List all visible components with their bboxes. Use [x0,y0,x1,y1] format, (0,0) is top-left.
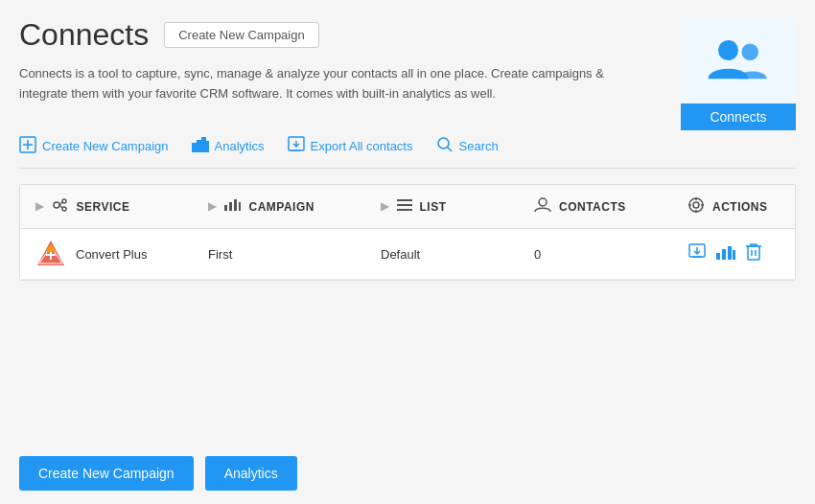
list-arrow-icon: ▶ [381,200,389,213]
svg-point-26 [539,198,547,206]
campaign-header-icon [224,198,242,215]
col-campaign-header: ▶ CAMPAIGN [208,198,381,215]
cell-campaign: First [208,247,381,262]
bottom-analytics-button[interactable]: Analytics [205,456,297,491]
toolbar: Create New Campaign Analytics Export All… [0,130,815,168]
svg-rect-19 [224,205,227,211]
col-service-header: ▶ SERVICE [35,196,208,217]
svg-rect-22 [239,202,241,211]
toolbar-create-campaign[interactable]: Create New Campaign [19,136,169,156]
svg-rect-40 [716,253,720,260]
svg-line-13 [447,148,452,152]
list-header-icon [397,198,412,215]
svg-rect-21 [234,199,237,211]
app-description: Connects is a tool to capture, sync, man… [19,64,614,104]
app-title: Connects [19,17,149,53]
campaign-arrow-icon: ▶ [208,200,217,213]
analytics-action-icon[interactable] [716,244,735,264]
cell-list: Default [381,247,534,262]
svg-point-15 [62,199,66,203]
contacts-label: CONTACTS [559,200,626,214]
analytics-bar-icon [192,136,209,156]
col-contacts-header: CONTACTS [534,197,687,216]
svg-point-27 [689,198,703,212]
svg-rect-42 [728,246,732,260]
cell-contacts: 0 [534,247,687,262]
export-icon [288,136,305,156]
toolbar-analytics[interactable]: Analytics [192,136,265,156]
search-toolbar-label: Search [459,139,499,153]
create-campaign-header-button[interactable]: Create New Campaign [164,22,319,48]
contacts-header-icon [534,197,551,216]
top-left: Connects Create New Campaign Connects is… [19,17,681,130]
svg-rect-41 [722,249,726,260]
service-label: SERVICE [77,200,130,214]
cell-actions [687,242,780,266]
app-title-row: Connects Create New Campaign [19,17,681,53]
svg-point-16 [62,207,66,211]
divider [19,168,796,169]
plugin-label: Connects [681,103,796,130]
bottom-create-campaign-button[interactable]: Create New Campaign [19,456,194,491]
svg-rect-5 [193,144,196,151]
svg-rect-8 [206,142,208,151]
actions-header-icon [687,196,705,217]
cell-service: Convert Plus [35,239,208,269]
search-icon [436,136,454,156]
svg-rect-7 [202,138,205,151]
list-label: LIST [420,200,447,214]
plus-box-icon [19,136,36,156]
col-actions-header: ACTIONS [687,196,780,217]
actions-label: ACTIONS [712,200,768,214]
svg-line-18 [59,205,62,208]
service-logo [35,239,66,269]
table-header: ▶ SERVICE ▶ [20,185,795,229]
plugin-icon-box [681,17,796,103]
service-name: Convert Plus [76,247,147,262]
svg-point-14 [54,202,59,208]
service-header-icon [52,196,69,217]
svg-rect-20 [229,202,232,211]
svg-point-0 [718,40,738,60]
svg-point-1 [742,44,759,61]
table-row: Convert Plus First Default 0 [20,229,795,280]
svg-line-17 [59,202,62,205]
campaign-label: CAMPAIGN [249,200,314,214]
svg-rect-44 [748,246,759,260]
service-arrow-icon: ▶ [35,200,44,213]
plugin-card: Connects [681,17,796,130]
col-list-header: ▶ LIST [381,198,534,215]
analytics-toolbar-label: Analytics [215,139,265,153]
delete-action-icon[interactable] [745,242,762,266]
top-section: Connects Create New Campaign Connects is… [0,0,815,130]
svg-rect-6 [198,141,200,151]
svg-point-12 [438,138,449,149]
toolbar-search[interactable]: Search [436,136,499,156]
download-action-icon[interactable] [687,242,707,266]
toolbar-export[interactable]: Export All contacts [288,136,413,156]
export-toolbar-label: Export All contacts [311,139,413,153]
svg-rect-43 [733,250,735,260]
campaigns-table: ▶ SERVICE ▶ [19,184,796,281]
bottom-bar: Create New Campaign Analytics [0,443,815,504]
svg-point-28 [693,202,699,208]
connects-icon [705,27,772,94]
create-campaign-toolbar-label: Create New Campaign [42,139,169,153]
